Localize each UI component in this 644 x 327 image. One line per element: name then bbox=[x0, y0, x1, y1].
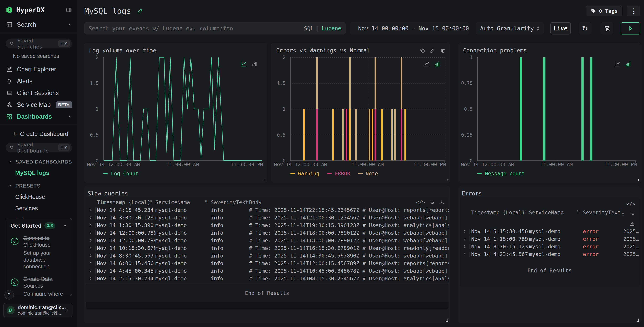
expand-row-icon[interactable] bbox=[89, 208, 93, 212]
collapse-sidebar-icon[interactable] bbox=[66, 7, 72, 13]
sidebar-item-client-sessions[interactable]: Client Sessions bbox=[0, 89, 77, 97]
drag-handle-icon[interactable]: ⠿ bbox=[243, 199, 246, 205]
legend-item[interactable]: Log Count bbox=[103, 171, 138, 177]
expand-row-icon[interactable] bbox=[89, 269, 93, 273]
dashboard-menu-button[interactable]: ⋮ bbox=[627, 6, 640, 16]
bar-view-icon[interactable] bbox=[625, 61, 631, 67]
duplicate-panel-icon[interactable] bbox=[420, 48, 425, 53]
wrap-text-icon[interactable] bbox=[429, 199, 435, 205]
saved-searches-input[interactable]: Saved Searches ⌘K bbox=[6, 39, 72, 48]
drag-handle-icon[interactable]: ⠿ bbox=[204, 199, 208, 205]
column-header-body[interactable]: ⠿Body bbox=[249, 199, 416, 205]
user-menu[interactable]: D dominic.tran@clic... dominic.tran@clic… bbox=[3, 303, 72, 317]
legend-item[interactable]: Message count bbox=[477, 171, 525, 177]
granularity-select[interactable]: Auto Granularity bbox=[476, 22, 544, 35]
help-button[interactable]: ? bbox=[4, 290, 14, 300]
run-query-button[interactable] bbox=[621, 22, 640, 35]
view-source-icon[interactable]: </> bbox=[626, 201, 636, 207]
view-source-icon[interactable]: </> bbox=[416, 199, 425, 205]
table-row[interactable]: Nov 14 12:00:00.789 PMmysql-demoinfo# Ti… bbox=[86, 236, 448, 244]
column-header-timestamp[interactable]: Timestamp (Local) bbox=[471, 209, 529, 215]
legend-item[interactable]: Note bbox=[358, 171, 378, 177]
column-header-timestamp[interactable]: Timestamp (Local) bbox=[97, 199, 155, 205]
table-row[interactable]: Nov 14 5:15:30.456 PMmysql-demoerror2025… bbox=[460, 227, 640, 235]
table-row[interactable]: Nov 14 6:00:15.456 AMmysql-demoinfo# Tim… bbox=[86, 259, 448, 267]
table-row[interactable]: Nov 14 1:15:00.789 PMmysql-demoerror2025… bbox=[460, 235, 640, 243]
panel-resize-handle[interactable] bbox=[446, 319, 448, 321]
filter-button[interactable] bbox=[601, 22, 613, 35]
legend-item[interactable]: ERROR bbox=[327, 171, 350, 177]
line-view-icon[interactable] bbox=[614, 61, 621, 67]
sidebar-item-chart-explorer[interactable]: Chart Explorer bbox=[0, 65, 77, 73]
download-icon[interactable] bbox=[439, 199, 444, 205]
sidebar-item-search[interactable]: Search bbox=[0, 21, 77, 29]
line-view-icon[interactable] bbox=[423, 61, 430, 67]
create-dashboard-button[interactable]: + Create Dashboard bbox=[13, 130, 77, 137]
sidebar-item-service-map[interactable]: Service Map BETA bbox=[0, 101, 77, 109]
expand-row-icon[interactable] bbox=[463, 244, 467, 248]
drag-handle-icon[interactable]: ⠿ bbox=[622, 213, 625, 218]
column-header-servicename[interactable]: ⠿ServiceName bbox=[529, 209, 583, 215]
expand-row-icon[interactable] bbox=[463, 252, 467, 256]
get-started-item[interactable]: Connect to ClickHouse Set up your databa… bbox=[10, 235, 67, 270]
horizontal-scrollbar[interactable] bbox=[86, 302, 448, 308]
bar-chart-plot[interactable] bbox=[477, 57, 636, 161]
table-row[interactable]: Nov 14 8:30:45.567 AMmysql-demoinfo# Tim… bbox=[86, 252, 448, 259]
refresh-button[interactable]: ↻ bbox=[579, 22, 591, 35]
drag-handle-icon[interactable]: ⠿ bbox=[149, 199, 152, 205]
edit-panel-icon[interactable] bbox=[430, 48, 435, 53]
table-row[interactable]: Nov 14 3:00:30.123 PMmysql-demoinfo# Tim… bbox=[86, 214, 448, 221]
time-range-picker[interactable]: Nov 14 00:00:00 - Nov 15 00:00:00 bbox=[350, 22, 469, 35]
line-view-icon[interactable] bbox=[240, 61, 247, 67]
panel-resize-handle[interactable] bbox=[636, 179, 639, 181]
expand-row-icon[interactable] bbox=[89, 238, 93, 242]
lucene-toggle[interactable]: Lucene bbox=[322, 25, 341, 32]
sidebar-item-alerts[interactable]: Alerts bbox=[0, 77, 77, 85]
expand-row-icon[interactable] bbox=[89, 216, 93, 220]
expand-row-icon[interactable] bbox=[463, 229, 467, 233]
saved-dashboards-input[interactable]: Saved Dashboards ⌘K bbox=[6, 143, 72, 152]
expand-row-icon[interactable] bbox=[89, 231, 93, 235]
live-button[interactable]: Live bbox=[550, 22, 571, 35]
bar-view-icon[interactable] bbox=[434, 61, 440, 67]
tags-button[interactable]: 0 Tags bbox=[586, 6, 622, 16]
table-row[interactable]: Nov 14 10:15:30.678 AMmysql-demoinfo# Ti… bbox=[86, 244, 448, 252]
legend-item[interactable]: Warning bbox=[290, 171, 319, 177]
panel-resize-handle[interactable] bbox=[446, 179, 448, 181]
expand-row-icon[interactable] bbox=[463, 237, 467, 241]
expand-row-icon[interactable] bbox=[89, 276, 93, 280]
bar-view-icon[interactable] bbox=[252, 61, 257, 67]
download-icon[interactable] bbox=[630, 221, 635, 227]
drag-handle-icon[interactable]: ⠿ bbox=[577, 210, 580, 215]
table-row[interactable]: Nov 14 4:23:45.567 AMmysql-demoerror2025… bbox=[460, 250, 640, 258]
column-header-severitytext[interactable]: ⠿SeverityText bbox=[583, 209, 623, 215]
table-row[interactable]: Nov 14 1:30:15.890 PMmysql-demoinfo# Tim… bbox=[86, 221, 448, 229]
table-row[interactable]: Nov 14 2:15:30.234 AMmysql-demoinfo# Tim… bbox=[86, 275, 448, 282]
wrap-text-icon[interactable] bbox=[630, 210, 636, 217]
expand-row-icon[interactable] bbox=[89, 223, 93, 227]
expand-row-icon[interactable] bbox=[89, 246, 93, 250]
sidebar-item-dashboards[interactable]: Dashboards bbox=[0, 113, 77, 121]
table-row[interactable]: Nov 14 4:15:45.234 PMmysql-demoinfo# Tim… bbox=[86, 206, 448, 214]
chevron-up-icon[interactable] bbox=[63, 223, 67, 228]
section-presets[interactable]: PRESETS bbox=[8, 183, 77, 189]
panel-resize-handle[interactable] bbox=[263, 179, 266, 181]
panel-resize-handle[interactable] bbox=[636, 319, 639, 321]
table-row[interactable]: Nov 14 4:45:00.345 AMmysql-demoinfo# Tim… bbox=[86, 267, 448, 275]
expand-row-icon[interactable] bbox=[89, 261, 93, 265]
delete-panel-icon[interactable] bbox=[440, 48, 446, 53]
sidebar-item-services[interactable]: Services bbox=[15, 205, 77, 212]
column-header-servicename[interactable]: ⠿ServiceName bbox=[155, 199, 211, 205]
edit-title-icon[interactable] bbox=[137, 8, 143, 14]
drag-handle-icon[interactable]: ⠿ bbox=[523, 210, 526, 215]
line-chart-plot[interactable] bbox=[103, 57, 262, 161]
get-started-item[interactable]: Create Data Sources Configure where your… bbox=[10, 276, 67, 296]
section-saved-dashboards[interactable]: SAVED DASHBOARDS bbox=[8, 159, 77, 165]
sql-toggle[interactable]: SQL bbox=[304, 25, 314, 32]
sidebar-item-mysql-logs[interactable]: MySQL logs bbox=[15, 169, 77, 176]
sidebar-item-clickhouse[interactable]: ClickHouse bbox=[15, 193, 77, 200]
event-search-input[interactable]: Search your events w/ Lucene ex. column:… bbox=[84, 22, 346, 35]
bar-chart-plot[interactable] bbox=[290, 57, 445, 161]
expand-row-icon[interactable] bbox=[89, 254, 93, 258]
table-row[interactable]: Nov 14 8:30:15.123 AMmysql-demoerror2025… bbox=[460, 243, 640, 250]
